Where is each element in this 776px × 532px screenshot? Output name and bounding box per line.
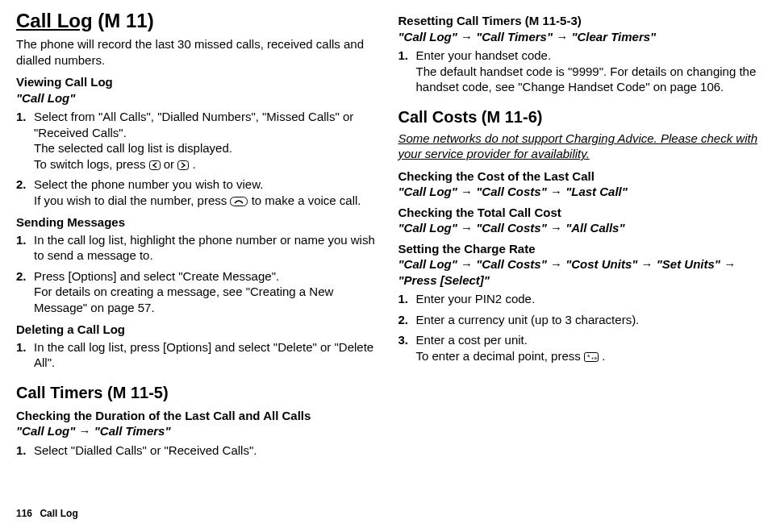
list-item: In the call log list, press [Options] an… — [16, 339, 378, 371]
timers-steps: Select "Dialled Calls" or "Received Call… — [16, 443, 378, 459]
step-text: In the call log list, press [Options] an… — [34, 340, 373, 370]
costs-title: Call Costs (M 11-6) — [398, 106, 761, 127]
call-key-icon — [230, 197, 248, 206]
check-total-heading: Checking the Total Call Cost — [398, 205, 761, 221]
list-item: Enter a cost per unit. To enter a decima… — [398, 332, 761, 364]
left-column: Call Log (M 11) The phone will record th… — [16, 8, 378, 464]
set-rate-heading: Setting the Charge Rate — [398, 241, 761, 257]
page: Call Log (M 11) The phone will record th… — [16, 8, 760, 464]
step-sub: To switch logs, press or . — [34, 156, 378, 172]
step-sub: If you wish to dial the number, press to… — [34, 193, 378, 209]
list-item: Press [Options] and select "Create Messa… — [16, 268, 378, 316]
path-text: "Call Log" → "Call Costs" → "Cost Units"… — [398, 257, 736, 287]
call-log-title: Call Log (M 11) — [16, 8, 378, 33]
svg-rect-0 — [149, 160, 160, 169]
resetting-path: "Call Log" → "Call Timers" → "Clear Time… — [398, 29, 761, 45]
svg-text:*: * — [587, 353, 590, 361]
step-text: Enter your handset code. — [416, 48, 552, 62]
costs-note: Some networks do not support Charging Ad… — [398, 131, 761, 162]
step-text: Enter your PIN2 code. — [416, 292, 536, 305]
step-sub: For details on creating a message, see "… — [34, 284, 378, 315]
sending-steps: In the call log list, highlight the phon… — [16, 232, 378, 316]
path-text: "Call Log" → "Call Timers" — [16, 424, 171, 438]
page-footer: 116 Call Log — [16, 508, 78, 521]
check-last-heading: Checking the Cost of the Last Call — [398, 168, 761, 185]
timers-path: "Call Log" → "Call Timers" — [16, 423, 378, 439]
set-rate-path: "Call Log" → "Call Costs" → "Cost Units"… — [398, 256, 761, 288]
right-arrow-icon — [177, 160, 189, 170]
step-text: Select from "All Calls", "Dialled Number… — [34, 110, 353, 139]
step-sub: To enter a decimal point, press *+a . — [416, 348, 761, 364]
timers-subheading: Checking the Duration of the Last Call a… — [16, 408, 378, 424]
text: To switch logs, press — [34, 157, 149, 171]
star-key-icon: *+a — [584, 352, 599, 362]
path-text: "Call Log" → "Call Timers" → "Clear Time… — [398, 30, 657, 44]
step-text: Press [Options] and select "Create Messa… — [34, 269, 279, 283]
resetting-steps: Enter your handset code. The default han… — [398, 48, 761, 95]
page-title: Call Log — [40, 508, 77, 519]
timers-title: Call Timers (M 11-5) — [16, 382, 378, 403]
text: . — [192, 157, 195, 171]
text: or — [164, 157, 178, 171]
step-text: In the call log list, highlight the phon… — [34, 233, 375, 263]
text: To enter a decimal point, press — [416, 349, 584, 363]
list-item: Select from "All Calls", "Dialled Number… — [16, 109, 378, 172]
list-item: Select the phone number you wish to view… — [16, 177, 378, 208]
viewing-path: "Call Log" — [16, 90, 378, 106]
page-number: 116 — [16, 508, 32, 519]
set-rate-steps: Enter your PIN2 code. Enter a currency u… — [398, 291, 761, 364]
text: If you wish to dial the number, press — [34, 193, 230, 207]
step-text: Select the phone number you wish to view… — [34, 177, 263, 191]
deleting-heading: Deleting a Call Log — [16, 322, 378, 338]
intro-text: The phone will record the last 30 missed… — [16, 36, 378, 68]
list-item: Enter your handset code. The default han… — [398, 48, 761, 95]
right-column: Resetting Call Timers (M 11-5-3) "Call L… — [398, 8, 761, 464]
path-text: "Call Log" → "Call Costs" → "Last Call" — [398, 185, 628, 198]
step-text: Enter a cost per unit. — [416, 333, 528, 347]
list-item: Enter a currency unit (up to 3 character… — [398, 312, 761, 328]
step-text: Select "Dialled Calls" or "Received Call… — [34, 443, 257, 457]
text: to make a voice call. — [252, 193, 361, 207]
viewing-steps: Select from "All Calls", "Dialled Number… — [16, 109, 378, 208]
text: . — [602, 349, 605, 363]
step-sub: The selected call log list is displayed. — [34, 140, 378, 156]
viewing-heading: Viewing Call Log — [16, 74, 378, 90]
check-last-path: "Call Log" → "Call Costs" → "Last Call" — [398, 184, 761, 200]
deleting-steps: In the call log list, press [Options] an… — [16, 339, 378, 371]
resetting-heading: Resetting Call Timers (M 11-5-3) — [398, 13, 761, 29]
check-total-path: "Call Log" → "Call Costs" → "All Calls" — [398, 220, 761, 236]
step-text: Enter a currency unit (up to 3 character… — [416, 313, 640, 326]
svg-rect-1 — [178, 160, 189, 169]
title-code: (M 11) — [93, 10, 154, 31]
sending-heading: Sending Messages — [16, 214, 378, 231]
svg-text:+a: +a — [591, 355, 598, 360]
list-item: In the call log list, highlight the phon… — [16, 232, 378, 264]
list-item: Enter your PIN2 code. — [398, 291, 761, 307]
svg-rect-2 — [231, 197, 248, 206]
title-underline: Call Log — [16, 10, 93, 31]
path-text: "Call Log" → "Call Costs" → "All Calls" — [398, 221, 625, 235]
list-item: Select "Dialled Calls" or "Received Call… — [16, 443, 378, 459]
left-arrow-icon — [149, 160, 161, 170]
step-sub: The default handset code is "9999". For … — [416, 64, 761, 95]
